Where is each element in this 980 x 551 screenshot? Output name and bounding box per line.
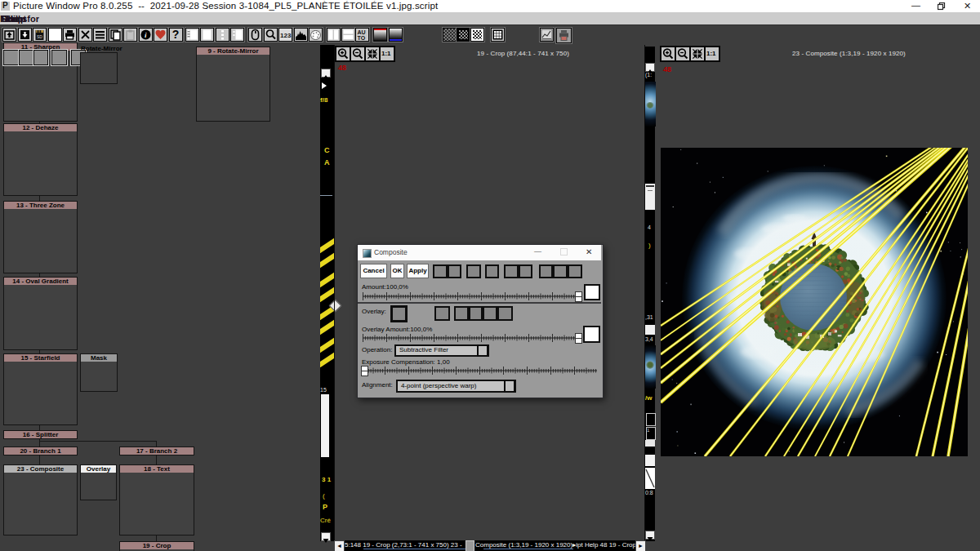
svg-text:SD: SD: [37, 34, 42, 39]
svg-text:123: 123: [280, 32, 292, 39]
svg-text:TO: TO: [358, 35, 366, 41]
svg-text:AU: AU: [358, 29, 366, 35]
